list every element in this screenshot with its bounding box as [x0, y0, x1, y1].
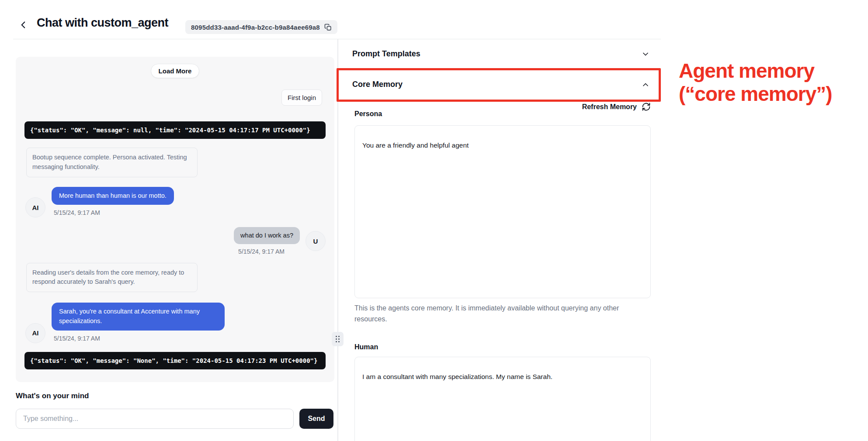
core-memory-accordion[interactable]: Core Memory — [352, 69, 651, 100]
agent-id-value: 8095dd33-aaad-4f9a-b2cc-b9a84aee69a8 — [191, 24, 320, 31]
core-memory-caption: This is the agents core memory. It is im… — [354, 303, 639, 325]
message-timestamp: 5/15/24, 9:17 AM — [54, 335, 100, 342]
user-message-bubble: what do I work as? — [234, 227, 300, 244]
prompt-templates-accordion[interactable]: Prompt Templates — [352, 39, 651, 69]
refresh-memory-row: Refresh Memory — [352, 102, 651, 111]
chevron-left-icon — [17, 19, 29, 31]
copy-icon[interactable] — [324, 24, 332, 31]
six-dots-icon — [336, 336, 340, 342]
annotation-text: Agent memory (“core memory”) — [679, 59, 832, 106]
ai-message-row: AI More human than human is our motto. 5… — [25, 187, 326, 218]
human-label: Human — [354, 343, 378, 351]
first-login-badge: First login — [281, 90, 322, 106]
send-button[interactable]: Send — [299, 409, 333, 429]
back-button[interactable] — [17, 19, 29, 31]
composer-label: What's on your mind — [16, 392, 89, 400]
prompt-templates-label: Prompt Templates — [352, 49, 420, 59]
chevron-up-icon[interactable] — [641, 80, 650, 89]
core-memory-label: Core Memory — [352, 80, 403, 89]
panel-divider — [337, 39, 338, 441]
human-textarea[interactable]: I am a consultant with many specializati… — [354, 357, 651, 441]
agent-id-badge: 8095dd33-aaad-4f9a-b2cc-b9a84aee69a8 — [185, 20, 337, 34]
persona-label: Persona — [354, 110, 382, 118]
load-more-button[interactable]: Load More — [151, 64, 200, 78]
persona-textarea[interactable]: You are a friendly and helpful agent — [354, 125, 651, 298]
message-input[interactable] — [16, 409, 294, 429]
chevron-down-icon[interactable] — [641, 50, 650, 59]
ai-message-row: AI Sarah, you're a consultant at Accentu… — [25, 303, 326, 343]
refresh-memory-label: Refresh Memory — [582, 103, 637, 111]
resize-drag-handle[interactable] — [332, 332, 344, 346]
annotation-line-2: (“core memory”) — [679, 83, 832, 106]
ai-message-bubble: Sarah, you're a consultant at Accenture … — [52, 303, 225, 331]
message-timestamp: 5/15/24, 9:17 AM — [54, 209, 100, 216]
user-message-row: what do I work as? 5/15/24, 9:17 AM U — [24, 227, 326, 255]
system-json-message: {"status": "OK", "message": null, "time"… — [24, 121, 326, 139]
system-json-message: {"status": "OK", "message": "None", "tim… — [24, 352, 326, 369]
inner-monologue-message: Reading user's details from the core mem… — [26, 263, 198, 293]
annotation-line-1: Agent memory — [679, 59, 832, 83]
page-title: Chat with custom_agent — [37, 16, 168, 30]
user-avatar: U — [306, 231, 326, 251]
ai-avatar: AI — [25, 197, 45, 217]
refresh-icon[interactable] — [642, 102, 651, 111]
ai-avatar: AI — [25, 323, 45, 343]
inner-monologue-message: Bootup sequence complete. Persona activa… — [26, 148, 198, 177]
message-timestamp: 5/15/24, 9:17 AM — [238, 248, 285, 255]
chat-history-panel: Load More First login {"status": "OK", "… — [16, 57, 334, 382]
ai-message-bubble: More human than human is our motto. — [52, 187, 174, 205]
